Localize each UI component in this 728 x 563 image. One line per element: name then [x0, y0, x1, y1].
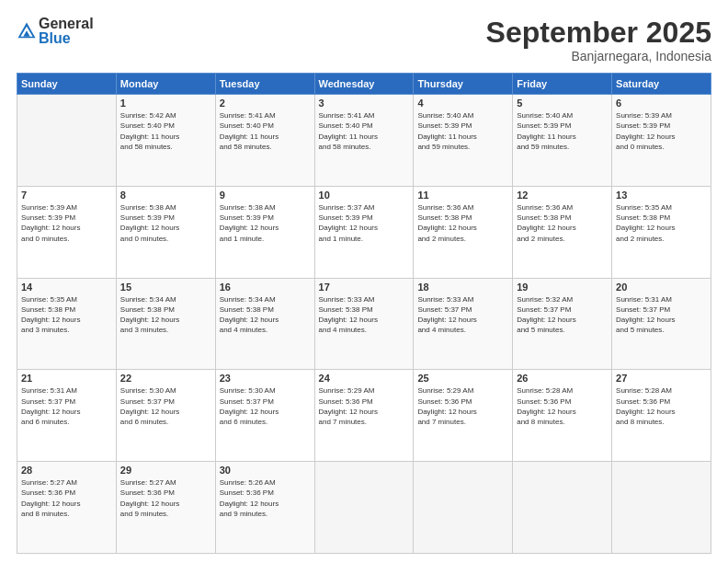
day-number: 19	[517, 282, 608, 293]
calendar-cell: 12Sunrise: 5:36 AM Sunset: 5:38 PM Dayli…	[513, 186, 612, 278]
calendar-cell: 20Sunrise: 5:31 AM Sunset: 5:37 PM Dayli…	[612, 278, 711, 370]
day-number: 30	[220, 465, 311, 476]
calendar-week-1: 1Sunrise: 5:42 AM Sunset: 5:40 PM Daylig…	[17, 95, 711, 187]
day-number: 5	[517, 98, 608, 109]
day-info: Sunrise: 5:30 AM Sunset: 5:37 PM Dayligh…	[220, 385, 311, 427]
day-info: Sunrise: 5:30 AM Sunset: 5:37 PM Dayligh…	[120, 385, 211, 427]
calendar-cell: 26Sunrise: 5:28 AM Sunset: 5:36 PM Dayli…	[513, 370, 612, 462]
calendar-cell: 5Sunrise: 5:40 AM Sunset: 5:39 PM Daylig…	[513, 95, 612, 187]
calendar-cell: 25Sunrise: 5:29 AM Sunset: 5:36 PM Dayli…	[414, 370, 513, 462]
header: General Blue September 2025 Banjarnegara…	[17, 17, 711, 63]
day-number: 10	[319, 190, 410, 201]
calendar-cell: 4Sunrise: 5:40 AM Sunset: 5:39 PM Daylig…	[414, 95, 513, 187]
weekday-header-wednesday: Wednesday	[314, 74, 414, 95]
weekday-header-row: SundayMondayTuesdayWednesdayThursdayFrid…	[17, 74, 711, 95]
calendar-cell: 16Sunrise: 5:34 AM Sunset: 5:38 PM Dayli…	[215, 278, 314, 370]
weekday-header-thursday: Thursday	[414, 74, 513, 95]
weekday-header-tuesday: Tuesday	[215, 74, 314, 95]
day-info: Sunrise: 5:27 AM Sunset: 5:36 PM Dayligh…	[21, 477, 112, 519]
day-info: Sunrise: 5:40 AM Sunset: 5:39 PM Dayligh…	[517, 110, 608, 152]
calendar-cell	[414, 462, 513, 554]
calendar-week-5: 28Sunrise: 5:27 AM Sunset: 5:36 PM Dayli…	[17, 462, 711, 554]
subtitle: Banjarnegara, Indonesia	[486, 49, 711, 63]
calendar-cell: 8Sunrise: 5:38 AM Sunset: 5:39 PM Daylig…	[116, 186, 215, 278]
day-number: 6	[616, 98, 707, 109]
day-number: 15	[120, 282, 211, 293]
calendar-cell	[612, 462, 711, 554]
logo-text: General Blue	[39, 17, 94, 46]
calendar-week-2: 7Sunrise: 5:39 AM Sunset: 5:39 PM Daylig…	[17, 186, 711, 278]
day-info: Sunrise: 5:36 AM Sunset: 5:38 PM Dayligh…	[517, 202, 608, 244]
day-number: 25	[417, 373, 508, 384]
calendar-cell: 10Sunrise: 5:37 AM Sunset: 5:39 PM Dayli…	[314, 186, 414, 278]
day-number: 20	[616, 282, 707, 293]
day-number: 11	[417, 190, 508, 201]
day-number: 2	[220, 98, 311, 109]
calendar-cell: 9Sunrise: 5:38 AM Sunset: 5:39 PM Daylig…	[215, 186, 314, 278]
day-info: Sunrise: 5:40 AM Sunset: 5:39 PM Dayligh…	[417, 110, 508, 152]
day-number: 29	[120, 465, 211, 476]
day-number: 23	[220, 373, 311, 384]
logo-blue-label: Blue	[39, 31, 94, 46]
day-number: 14	[21, 282, 112, 293]
logo: General Blue	[17, 17, 94, 46]
calendar-cell: 17Sunrise: 5:33 AM Sunset: 5:38 PM Dayli…	[314, 278, 414, 370]
day-number: 3	[319, 98, 410, 109]
day-number: 18	[417, 282, 508, 293]
day-number: 12	[517, 190, 608, 201]
calendar-week-3: 14Sunrise: 5:35 AM Sunset: 5:38 PM Dayli…	[17, 278, 711, 370]
calendar-cell: 29Sunrise: 5:27 AM Sunset: 5:36 PM Dayli…	[116, 462, 215, 554]
calendar-table: SundayMondayTuesdayWednesdayThursdayFrid…	[17, 73, 711, 554]
day-info: Sunrise: 5:38 AM Sunset: 5:39 PM Dayligh…	[220, 202, 311, 244]
day-info: Sunrise: 5:33 AM Sunset: 5:37 PM Dayligh…	[417, 294, 508, 336]
day-info: Sunrise: 5:33 AM Sunset: 5:38 PM Dayligh…	[319, 294, 410, 336]
calendar-cell: 11Sunrise: 5:36 AM Sunset: 5:38 PM Dayli…	[414, 186, 513, 278]
day-info: Sunrise: 5:26 AM Sunset: 5:36 PM Dayligh…	[220, 477, 311, 519]
calendar-cell: 28Sunrise: 5:27 AM Sunset: 5:36 PM Dayli…	[17, 462, 117, 554]
calendar-cell: 21Sunrise: 5:31 AM Sunset: 5:37 PM Dayli…	[17, 370, 117, 462]
day-info: Sunrise: 5:34 AM Sunset: 5:38 PM Dayligh…	[220, 294, 311, 336]
day-info: Sunrise: 5:36 AM Sunset: 5:38 PM Dayligh…	[417, 202, 508, 244]
calendar-cell: 22Sunrise: 5:30 AM Sunset: 5:37 PM Dayli…	[116, 370, 215, 462]
weekday-header-sunday: Sunday	[17, 74, 117, 95]
day-number: 9	[220, 190, 311, 201]
calendar-cell: 19Sunrise: 5:32 AM Sunset: 5:37 PM Dayli…	[513, 278, 612, 370]
day-info: Sunrise: 5:38 AM Sunset: 5:39 PM Dayligh…	[120, 202, 211, 244]
day-number: 16	[220, 282, 311, 293]
title-block: September 2025 Banjarnegara, Indonesia	[486, 17, 711, 63]
day-info: Sunrise: 5:41 AM Sunset: 5:40 PM Dayligh…	[220, 110, 311, 152]
calendar-cell: 6Sunrise: 5:39 AM Sunset: 5:39 PM Daylig…	[612, 95, 711, 187]
day-number: 22	[120, 373, 211, 384]
day-info: Sunrise: 5:42 AM Sunset: 5:40 PM Dayligh…	[120, 110, 211, 152]
month-title: September 2025	[486, 17, 711, 49]
calendar-cell: 18Sunrise: 5:33 AM Sunset: 5:37 PM Dayli…	[414, 278, 513, 370]
logo-icon	[17, 21, 37, 41]
calendar-cell	[314, 462, 414, 554]
calendar-cell: 1Sunrise: 5:42 AM Sunset: 5:40 PM Daylig…	[116, 95, 215, 187]
day-info: Sunrise: 5:29 AM Sunset: 5:36 PM Dayligh…	[417, 385, 508, 427]
day-info: Sunrise: 5:31 AM Sunset: 5:37 PM Dayligh…	[616, 294, 707, 336]
day-info: Sunrise: 5:35 AM Sunset: 5:38 PM Dayligh…	[21, 294, 112, 336]
calendar-cell: 3Sunrise: 5:41 AM Sunset: 5:40 PM Daylig…	[314, 95, 414, 187]
weekday-header-friday: Friday	[513, 74, 612, 95]
calendar-cell: 7Sunrise: 5:39 AM Sunset: 5:39 PM Daylig…	[17, 186, 117, 278]
day-info: Sunrise: 5:28 AM Sunset: 5:36 PM Dayligh…	[616, 385, 707, 427]
calendar-cell: 13Sunrise: 5:35 AM Sunset: 5:38 PM Dayli…	[612, 186, 711, 278]
calendar-cell: 30Sunrise: 5:26 AM Sunset: 5:36 PM Dayli…	[215, 462, 314, 554]
day-number: 8	[120, 190, 211, 201]
day-number: 4	[417, 98, 508, 109]
day-info: Sunrise: 5:32 AM Sunset: 5:37 PM Dayligh…	[517, 294, 608, 336]
day-number: 1	[120, 98, 211, 109]
day-number: 7	[21, 190, 112, 201]
day-info: Sunrise: 5:41 AM Sunset: 5:40 PM Dayligh…	[319, 110, 410, 152]
calendar-cell: 24Sunrise: 5:29 AM Sunset: 5:36 PM Dayli…	[314, 370, 414, 462]
day-number: 24	[319, 373, 410, 384]
day-info: Sunrise: 5:28 AM Sunset: 5:36 PM Dayligh…	[517, 385, 608, 427]
calendar-cell: 15Sunrise: 5:34 AM Sunset: 5:38 PM Dayli…	[116, 278, 215, 370]
day-number: 21	[21, 373, 112, 384]
day-number: 28	[21, 465, 112, 476]
day-info: Sunrise: 5:35 AM Sunset: 5:38 PM Dayligh…	[616, 202, 707, 244]
page: General Blue September 2025 Banjarnegara…	[0, 0, 728, 563]
day-info: Sunrise: 5:39 AM Sunset: 5:39 PM Dayligh…	[21, 202, 112, 244]
day-number: 26	[517, 373, 608, 384]
